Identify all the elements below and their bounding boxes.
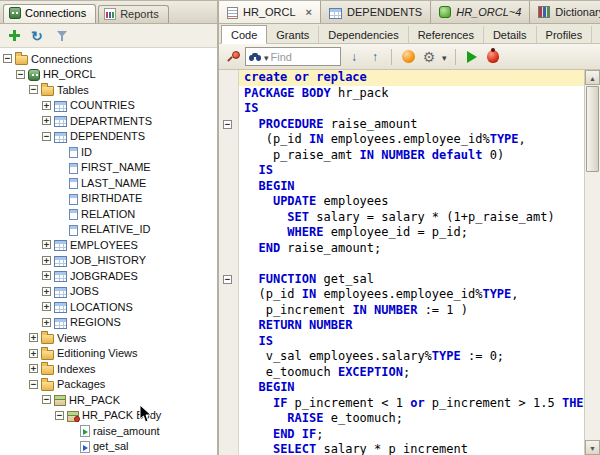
document-tab-hr-orcl-4[interactable]: HR_ORCL~4: [431, 1, 530, 23]
tree-item-last-name[interactable]: LAST_NAME: [0, 175, 217, 191]
expand-toggle[interactable]: +: [42, 256, 51, 265]
fold-collapse-toggle[interactable]: −: [223, 275, 232, 284]
document-tab-dictionary-views[interactable]: Dictionary Views: [530, 1, 600, 23]
expand-toggle[interactable]: +: [42, 271, 51, 280]
tree-item-tables[interactable]: −Tables: [0, 82, 217, 98]
tree-item-regions[interactable]: +REGIONS: [0, 315, 217, 331]
expand-toggle[interactable]: +: [42, 318, 51, 327]
column-icon: [69, 178, 78, 189]
filter-button[interactable]: [54, 28, 70, 44]
scroll-up-button[interactable]: [585, 70, 600, 85]
expand-toggle[interactable]: +: [42, 302, 51, 311]
tree-item-dependents[interactable]: −DEPENDENTS: [0, 129, 217, 145]
document-tab-dependents[interactable]: DEPENDENTS: [321, 1, 431, 23]
tree-item-countries[interactable]: +COUNTRIES: [0, 98, 217, 114]
expand-toggle[interactable]: +: [29, 333, 38, 342]
collapse-toggle[interactable]: −: [29, 380, 38, 389]
tree-item-indexes[interactable]: +Indexes: [0, 361, 217, 377]
tree-item-label: raise_amount: [90, 425, 160, 437]
expand-toggle[interactable]: +: [42, 240, 51, 249]
fold-collapse-toggle[interactable]: −: [223, 120, 232, 129]
compile-button[interactable]: [421, 49, 437, 65]
tree-item-id[interactable]: ID: [0, 144, 217, 160]
tree-item-packages[interactable]: −Packages: [0, 377, 217, 393]
tree-item-label: HR_PACK: [66, 394, 120, 406]
subtab-references[interactable]: References: [409, 26, 484, 43]
tree-item-job-history[interactable]: +JOB_HISTORY: [0, 253, 217, 269]
find-previous-button[interactable]: [367, 49, 383, 65]
tab-connections[interactable]: Connections: [3, 4, 96, 23]
tree-item-editioning-views[interactable]: +Editioning Views: [0, 346, 217, 362]
tree-item-jobgrades[interactable]: +JOBGRADES: [0, 268, 217, 284]
orange-sphere-icon: [402, 50, 415, 63]
subtab-label: Profiles: [546, 29, 583, 41]
refresh-button[interactable]: [30, 28, 46, 44]
code-line: p_increment IN NUMBER := 1 ): [239, 303, 584, 319]
editor-subtab-bar: CodeGrantsDependenciesReferencesDetailsP…: [219, 24, 600, 44]
code-editor[interactable]: −− create or replacePACKAGE BODY hr_pack…: [219, 70, 600, 455]
tree-item-locations[interactable]: +LOCATIONS: [0, 299, 217, 315]
subtab-grants[interactable]: Grants: [267, 26, 319, 43]
collapse-toggle[interactable]: −: [55, 411, 64, 420]
subtab-details[interactable]: Details: [484, 26, 537, 43]
connections-tree: −Connections−HR_ORCL−Tables+COUNTRIES+DE…: [0, 48, 217, 455]
chevron-down-icon[interactable]: [264, 51, 269, 63]
run-button[interactable]: [464, 49, 480, 65]
tree-item-connections[interactable]: −Connections: [0, 51, 217, 67]
tree-item-hr-pack[interactable]: −HR_PACK: [0, 392, 217, 408]
tree-item-hr-orcl[interactable]: −HR_ORCL: [0, 67, 217, 83]
collapse-toggle[interactable]: −: [42, 395, 51, 404]
tree-item-get-sal[interactable]: get_sal: [0, 439, 217, 455]
find-box[interactable]: [245, 47, 341, 66]
code-line: BEGIN: [239, 380, 584, 396]
tree-item-employees[interactable]: +EMPLOYEES: [0, 237, 217, 253]
collapse-toggle[interactable]: −: [29, 85, 38, 94]
close-tab-button[interactable]: ×: [306, 7, 312, 17]
pin-button[interactable]: [224, 49, 240, 65]
folder-icon: [41, 350, 54, 360]
tree-item-raise-amount[interactable]: raise_amount: [0, 423, 217, 439]
subtab-code[interactable]: Code: [221, 25, 267, 44]
tree-item-departments[interactable]: +DEPARTMENTS: [0, 113, 217, 129]
collapse-toggle[interactable]: −: [42, 132, 51, 141]
tree-item-label: get_sal: [90, 440, 128, 452]
tree-item-label: DEPENDENTS: [67, 130, 145, 142]
collapse-toggle[interactable]: −: [3, 54, 12, 63]
document-tab-hr-orcl[interactable]: HR_ORCL×: [219, 1, 321, 23]
expand-toggle[interactable]: +: [42, 116, 51, 125]
debug-button[interactable]: [485, 49, 501, 65]
tree-item-relation[interactable]: RELATION: [0, 206, 217, 222]
find-input[interactable]: [271, 51, 329, 63]
editor-panel: HR_ORCL×DEPENDENTSHR_ORCL~4Dictionary Vi…: [219, 1, 600, 455]
expand-toggle[interactable]: +: [42, 287, 51, 296]
expand-toggle[interactable]: +: [42, 101, 51, 110]
tree-item-jobs[interactable]: +JOBS: [0, 284, 217, 300]
tab-reports[interactable]: Reports: [98, 5, 169, 23]
gutter-row[interactable]: −: [219, 117, 238, 133]
expand-toggle[interactable]: +: [29, 349, 38, 358]
tree-item-first-name[interactable]: FIRST_NAME: [0, 160, 217, 176]
tree-item-label: EMPLOYEES: [67, 239, 138, 251]
gutter-row[interactable]: −: [219, 272, 238, 288]
scrollbar-track[interactable]: [585, 85, 600, 440]
tree-item-views[interactable]: +Views: [0, 330, 217, 346]
vertical-scrollbar[interactable]: [584, 70, 600, 455]
gear-icon: [423, 50, 436, 64]
refresh-icon: [31, 29, 45, 43]
tab-label: Reports: [120, 8, 159, 20]
new-connection-button[interactable]: [6, 28, 22, 44]
tree-item-hr-pack-body[interactable]: −HR_PACK Body: [0, 408, 217, 424]
tree-item-birthdate[interactable]: BIRTHDATE: [0, 191, 217, 207]
dictionary-icon: [538, 6, 550, 18]
tree-item-relative-id[interactable]: RELATIVE_ID: [0, 222, 217, 238]
subtab-dependencies[interactable]: Dependencies: [319, 26, 408, 43]
scroll-down-button[interactable]: [585, 440, 600, 455]
trace-button[interactable]: [400, 49, 416, 65]
code-line: IS: [239, 163, 584, 179]
find-next-button[interactable]: [346, 49, 362, 65]
collapse-toggle[interactable]: −: [16, 70, 25, 79]
expand-toggle[interactable]: +: [29, 364, 38, 373]
scrollbar-thumb[interactable]: [586, 86, 599, 172]
compile-menu-chevron-icon[interactable]: [442, 51, 447, 63]
subtab-profiles[interactable]: Profiles: [537, 26, 593, 43]
